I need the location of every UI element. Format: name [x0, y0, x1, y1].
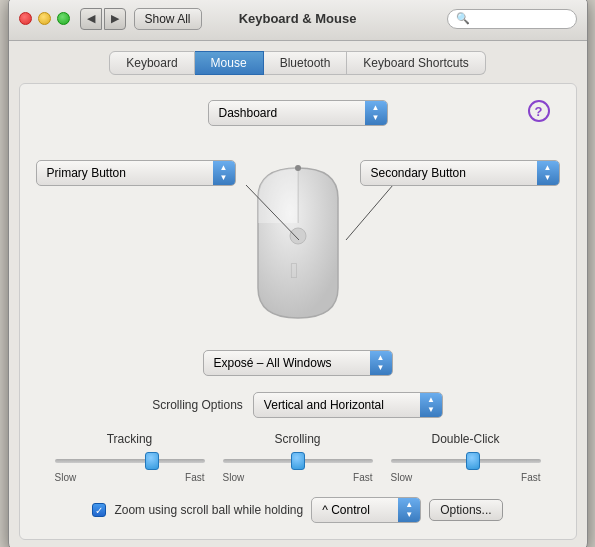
double-click-slow-label: Slow [391, 472, 413, 483]
scrolling-slow-label: Slow [223, 472, 245, 483]
scrolling-options-row: Scrolling Options Vertical and Horizonta… [36, 392, 560, 418]
search-icon: 🔍 [456, 12, 470, 25]
svg-point-3 [295, 165, 301, 171]
secondary-button-dropdown-container: Secondary Button ▲ ▼ [360, 160, 560, 186]
down-arrow-icon: ▼ [377, 364, 385, 372]
zoom-checkbox[interactable]: ✓ [92, 503, 106, 517]
scrolling-slider-group: Scrolling Slow Fast [214, 432, 382, 483]
scrolling-slider-labels: Slow Fast [223, 472, 373, 483]
primary-button-dropdown[interactable]: Primary Button ▲ ▼ [36, 160, 236, 186]
close-button[interactable] [19, 12, 32, 25]
up-arrow-icon: ▲ [405, 501, 413, 509]
double-click-slider[interactable] [391, 452, 541, 470]
zoom-row: ✓ Zoom using scroll ball while holding ^… [36, 497, 560, 523]
double-click-fast-label: Fast [521, 472, 540, 483]
scrolling-thumb[interactable] [291, 452, 305, 470]
window-title: Keyboard & Mouse [239, 11, 357, 26]
up-arrow-icon: ▲ [372, 104, 380, 112]
secondary-dropdown-arrows[interactable]: ▲ ▼ [537, 161, 559, 185]
content-area: Dashboard ▲ ▼ ? Primary Button ▲ ▼ [19, 83, 577, 540]
tracking-slow-label: Slow [55, 472, 77, 483]
scrolling-options-value: Vertical and Horizontal [264, 398, 384, 412]
double-click-track [391, 459, 541, 463]
tracking-fast-label: Fast [185, 472, 204, 483]
tab-bluetooth[interactable]: Bluetooth [264, 51, 348, 75]
scrolling-fast-label: Fast [353, 472, 372, 483]
tracking-track [55, 459, 205, 463]
help-button[interactable]: ? [528, 100, 550, 122]
tracking-thumb[interactable] [145, 452, 159, 470]
forward-button[interactable]: ▶ [104, 8, 126, 30]
dashboard-dropdown[interactable]: Dashboard ▲ ▼ [208, 100, 388, 126]
mouse-illustration:  [228, 145, 368, 335]
svg-point-1 [290, 228, 306, 244]
down-arrow-icon: ▼ [405, 511, 413, 519]
primary-dropdown-arrows[interactable]: ▲ ▼ [213, 161, 235, 185]
dashboard-row: Dashboard ▲ ▼ ? [36, 100, 560, 126]
scroll-wheel-value: Exposé – All Windows [214, 356, 332, 370]
tracking-slider-labels: Slow Fast [55, 472, 205, 483]
options-button[interactable]: Options... [429, 499, 502, 521]
keyboard-mouse-window: ◀ ▶ Show All Keyboard & Mouse 🔍 Keyboard… [8, 0, 588, 547]
scrolling-options-dropdown[interactable]: Vertical and Horizontal ▲ ▼ [253, 392, 443, 418]
tab-bar: Keyboard Mouse Bluetooth Keyboard Shortc… [9, 41, 587, 83]
tracking-label: Tracking [107, 432, 153, 446]
show-all-button[interactable]: Show All [134, 8, 202, 30]
double-click-thumb[interactable] [466, 452, 480, 470]
up-arrow-icon: ▲ [427, 396, 435, 404]
search-box[interactable]: 🔍 [447, 9, 577, 29]
scrolling-options-arrows[interactable]: ▲ ▼ [420, 393, 442, 417]
dashboard-dropdown-value: Dashboard [219, 106, 278, 120]
back-button[interactable]: ◀ [80, 8, 102, 30]
scrolling-options-label: Scrolling Options [152, 398, 243, 412]
mouse-area: Primary Button ▲ ▼ [36, 140, 560, 340]
control-dropdown[interactable]: ^ Control ▲ ▼ [311, 497, 421, 523]
scroll-dropdown-row: Exposé – All Windows ▲ ▼ [36, 350, 560, 376]
control-dropdown-arrows[interactable]: ▲ ▼ [398, 498, 420, 522]
double-click-label: Double-Click [431, 432, 499, 446]
zoom-label: Zoom using scroll ball while holding [114, 503, 303, 517]
primary-button-dropdown-container: Primary Button ▲ ▼ [36, 160, 236, 186]
primary-button-value: Primary Button [47, 166, 126, 180]
titlebar: ◀ ▶ Show All Keyboard & Mouse 🔍 [9, 0, 587, 41]
down-arrow-icon: ▼ [544, 174, 552, 182]
secondary-button-value: Secondary Button [371, 166, 466, 180]
traffic-lights [19, 12, 70, 25]
control-value: ^ Control [322, 503, 370, 517]
scrolling-slider[interactable] [223, 452, 373, 470]
sliders-section: Tracking Slow Fast Scrolling [36, 432, 560, 483]
tracking-slider-group: Tracking Slow Fast [46, 432, 214, 483]
tab-mouse[interactable]: Mouse [195, 51, 264, 75]
double-click-slider-group: Double-Click Slow Fast [382, 432, 550, 483]
minimize-button[interactable] [38, 12, 51, 25]
zoom-checkbox-wrapper[interactable]: ✓ [92, 503, 106, 517]
secondary-button-dropdown[interactable]: Secondary Button ▲ ▼ [360, 160, 560, 186]
down-arrow-icon: ▼ [427, 406, 435, 414]
scrolling-track [223, 459, 373, 463]
up-arrow-icon: ▲ [220, 164, 228, 172]
dashboard-dropdown-arrows[interactable]: ▲ ▼ [365, 101, 387, 125]
mouse-svg:  [238, 148, 358, 333]
tab-keyboard-shortcuts[interactable]: Keyboard Shortcuts [347, 51, 485, 75]
double-click-slider-labels: Slow Fast [391, 472, 541, 483]
down-arrow-icon: ▼ [372, 114, 380, 122]
tracking-slider[interactable] [55, 452, 205, 470]
tab-keyboard[interactable]: Keyboard [109, 51, 194, 75]
search-input[interactable] [474, 12, 568, 26]
up-arrow-icon: ▲ [544, 164, 552, 172]
down-arrow-icon: ▼ [220, 174, 228, 182]
maximize-button[interactable] [57, 12, 70, 25]
scroll-dropdown-arrows[interactable]: ▲ ▼ [370, 351, 392, 375]
scrolling-label: Scrolling [274, 432, 320, 446]
up-arrow-icon: ▲ [377, 354, 385, 362]
scroll-wheel-dropdown[interactable]: Exposé – All Windows ▲ ▼ [203, 350, 393, 376]
sliders-row: Tracking Slow Fast Scrolling [46, 432, 550, 483]
svg-text::  [290, 258, 298, 283]
nav-buttons: ◀ ▶ [80, 8, 126, 30]
